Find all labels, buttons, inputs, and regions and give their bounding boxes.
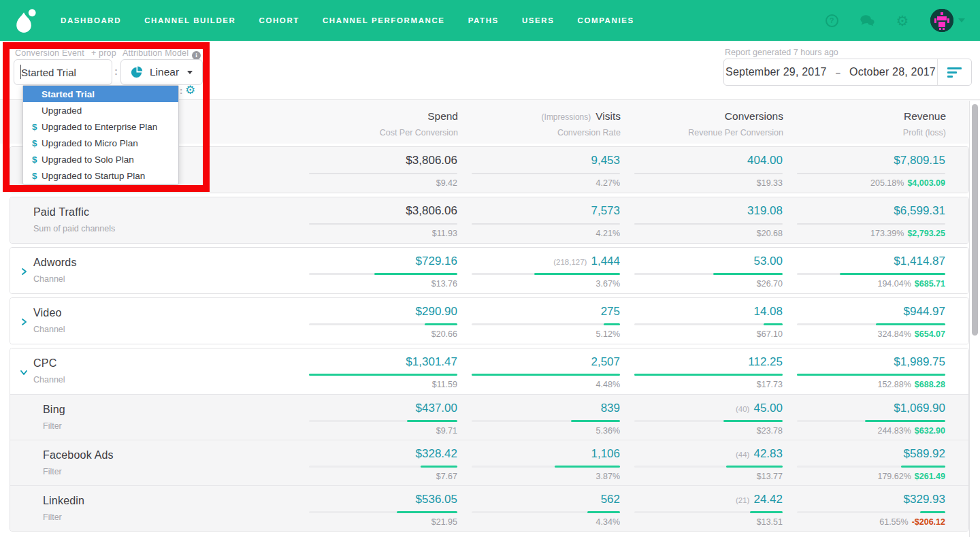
dropdown-option-label: Upgraded to Solo Plan: [42, 154, 134, 165]
metric-bar: [797, 273, 945, 275]
metric-bar-fill: [309, 374, 457, 376]
scrollbar-thumb[interactable]: [972, 104, 978, 336]
chevron-down-icon[interactable]: [20, 367, 28, 379]
row-subtitle: Channel: [33, 325, 65, 334]
metric-value: 2,507: [472, 355, 620, 369]
row-subtitle: Filter: [43, 421, 62, 431]
dropdown-option-upgraded[interactable]: Upgraded: [23, 102, 178, 118]
metric-bar-fill: [901, 466, 945, 468]
metric-value: $329.93: [797, 493, 945, 506]
row-title: Paid Traffic: [33, 206, 89, 218]
user-menu[interactable]: [930, 9, 965, 32]
nav-item-channel-performance[interactable]: CHANNEL PERFORMANCE: [311, 16, 457, 25]
header-col-title: (Impressions)Visits: [444, 110, 621, 123]
metric-bar-fill: [425, 323, 457, 325]
nav-item-paths[interactable]: PATHS: [457, 16, 510, 25]
row-title: Facebook Ads: [43, 449, 114, 461]
date-filter-icon[interactable]: [937, 59, 971, 85]
header-col-title: Revenue: [769, 110, 946, 123]
metric-subvalue: $17.73: [757, 380, 783, 389]
row-title: Bing: [43, 404, 65, 416]
table-row-video[interactable]: VideoChannel$290.90$20.662755.12%14.08$6…: [10, 298, 968, 344]
metric-underline: [634, 223, 783, 225]
dropdown-option-label: Upgraded to Enterprise Plan: [42, 122, 157, 132]
metric-value: $944.97: [797, 305, 945, 319]
attribution-model-dropdown[interactable]: Linear: [120, 59, 203, 85]
metric-subvalue: 4.27%: [596, 178, 620, 188]
conversion-event-input[interactable]: [14, 59, 112, 85]
chat-icon[interactable]: [860, 13, 875, 28]
dropdown-option-upgraded-to-enterprise-plan[interactable]: $Upgraded to Enterprise Plan: [23, 118, 178, 135]
app-logo-icon[interactable]: [15, 6, 39, 35]
table-row-bing[interactable]: BingFilter$437.00$9.718395.36%(40)45.00$…: [10, 394, 968, 440]
table-row-linkedin[interactable]: LinkedinFilter$536.05$21.955624.34%(21)2…: [10, 485, 968, 531]
cell-visits: (218,127)1,4443.67%: [472, 248, 620, 293]
table-card: Paid TrafficSum of paid channels$3,806.0…: [10, 197, 969, 244]
table-row-paid-traffic: Paid TrafficSum of paid channels$3,806.0…: [10, 197, 968, 243]
nav-item-channel-builder[interactable]: CHANNEL BUILDER: [133, 16, 247, 25]
metric-value: $589.92: [797, 447, 945, 461]
metric-subvalue: 4.34%: [596, 517, 620, 527]
chevron-right-icon[interactable]: [20, 316, 28, 329]
add-prop-button[interactable]: + prop: [91, 48, 116, 58]
metric-subvalue: 324.84%$654.07: [877, 329, 945, 339]
metric-subvalue: $7.67: [436, 472, 457, 481]
nav-item-users[interactable]: USERS: [510, 16, 566, 25]
row-title: Linkedin: [43, 495, 84, 507]
metric-bar: [309, 374, 457, 376]
metric-prefix: (218,127): [553, 258, 587, 266]
dropdown-option-started-trial[interactable]: Started Trial: [23, 86, 178, 102]
metric-subvalue: 4.21%: [596, 229, 620, 238]
metric-subvalue: 61.55%-$206.12: [879, 517, 945, 527]
metric-value: 839: [472, 402, 620, 415]
metric-bar-fill: [397, 511, 457, 513]
nav-item-companies[interactable]: COMPANIES: [566, 16, 646, 25]
table-row-cpc[interactable]: CPCChannel$1,301.47$11.592,5074.48%112.2…: [10, 348, 968, 394]
caret-down-icon: [187, 71, 193, 74]
cell-visits: 2,5074.48%: [472, 348, 620, 394]
cell-spend: $437.00$9.71: [309, 395, 457, 440]
metric-value: $1,989.75: [797, 355, 945, 369]
filter-bar: Conversion Event+ prop Attribution Model…: [0, 41, 980, 100]
row-title: CPC: [33, 357, 56, 370]
settings-gear-icon[interactable]: ⚙: [895, 13, 910, 28]
nav-item-cohort[interactable]: COHORT: [247, 16, 310, 25]
help-icon[interactable]: ?: [824, 13, 839, 28]
dropdown-option-label: Upgraded to Startup Plan: [42, 171, 145, 181]
cell-revenue: $589.92179.62%$261.49: [797, 440, 945, 485]
attribution-model-value: Linear: [150, 66, 179, 78]
table-row-adwords[interactable]: AdwordsChannel$729.16$13.76(218,127)1,44…: [10, 248, 968, 293]
metric-bar-fill: [407, 420, 457, 422]
cell-visits: 2755.12%: [472, 298, 620, 344]
metric-value: $536.05: [309, 493, 457, 506]
metric-subvalue: 5.36%: [596, 426, 620, 436]
text-cursor: [20, 65, 21, 79]
cell-spend: $3,806.06$11.93: [309, 197, 457, 243]
metric-bar: [634, 420, 783, 422]
dropdown-option-upgraded-to-micro-plan[interactable]: $Upgraded to Micro Plan: [23, 135, 178, 151]
cell-revenue: $1,414.87194.04%$685.71: [797, 248, 945, 293]
header-col-subtitle: Revenue Per Conversion: [606, 128, 783, 137]
header-col-spend: SpendCost Per Conversion: [281, 110, 458, 137]
nav-right-icons: ? ⚙: [824, 9, 965, 32]
dropdown-option-upgraded-to-startup-plan[interactable]: $Upgraded to Startup Plan: [23, 167, 178, 184]
metric-subvalue: $13.51: [757, 517, 783, 527]
metric-subvalue: 5.12%: [596, 329, 620, 339]
cell-conversions: (44)42.83$13.77: [634, 440, 783, 485]
cell-conversions: (40)45.00$23.78: [634, 395, 783, 440]
nav-item-dashboard[interactable]: DASHBOARD: [49, 16, 133, 25]
table-row-facebook-ads[interactable]: Facebook AdsFilter$328.42$7.671,1063.87%…: [10, 440, 968, 485]
scrollbar-track[interactable]: [969, 101, 980, 537]
dropdown-option-upgraded-to-solo-plan[interactable]: $Upgraded to Solo Plan: [23, 151, 178, 167]
chevron-right-icon[interactable]: [20, 266, 28, 278]
metric-subvalue: 179.62%$261.49: [877, 472, 945, 481]
table-body: $3,806.06$9.429,4534.27%404.00$19.33$7,8…: [10, 146, 969, 532]
column-settings-gear-icon[interactable]: ⚙: [185, 84, 195, 96]
date-range-picker[interactable]: September 29, 2017 – October 28, 2017: [723, 59, 972, 86]
metric-value: $3,806.06: [309, 154, 457, 167]
pie-chart-icon: [130, 66, 143, 79]
conversion-event-dropdown-menu: Started TrialUpgraded$Upgraded to Enterp…: [22, 85, 179, 184]
row-subtitle: Channel: [33, 375, 65, 385]
metric-subvalue: 3.87%: [596, 472, 620, 481]
profit-value: $4,003.09: [907, 178, 945, 188]
